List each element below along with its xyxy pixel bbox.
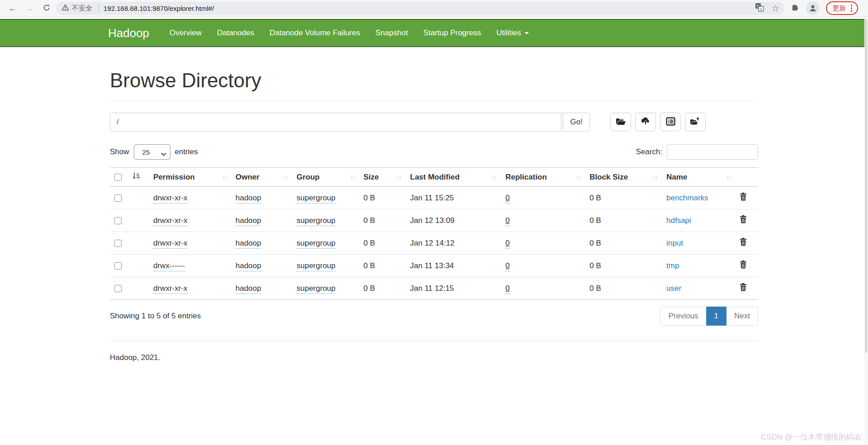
- back-icon[interactable]: ←: [8, 4, 17, 13]
- table-header-row: Permission↑↓ Owner↑↓ Group↑↓ Size↑↓ Last…: [110, 168, 758, 187]
- browser-toolbar: ← → 不安全 192.168.68.101:9870/explorer.htm…: [0, 0, 868, 17]
- row-checkbox[interactable]: [114, 217, 122, 224]
- directory-name-link[interactable]: input: [666, 239, 683, 247]
- next-page-button[interactable]: Next: [726, 307, 758, 326]
- sort-both-icon: ↑↓: [283, 174, 288, 181]
- navbar-brand[interactable]: Hadoop: [108, 26, 149, 40]
- table-row: drwxr-xr-xhadoopsupergroup0 BJan 11 12:1…: [110, 277, 758, 300]
- permission-value[interactable]: drwxr-xr-x: [153, 194, 188, 204]
- chevron-down-icon: [524, 32, 529, 34]
- trash-icon: [740, 263, 747, 270]
- folder-open-icon: [616, 117, 626, 127]
- replication-value[interactable]: 0: [505, 261, 509, 271]
- column-header-owner[interactable]: Owner↑↓: [231, 168, 292, 187]
- replication-value[interactable]: 0: [505, 216, 509, 226]
- permission-value[interactable]: drwxr-xr-x: [153, 284, 188, 294]
- replication-value[interactable]: 0: [505, 284, 509, 294]
- browser-update-button[interactable]: 更新: [826, 1, 859, 15]
- delete-button[interactable]: [740, 260, 747, 269]
- directory-name-link[interactable]: tmp: [666, 261, 679, 270]
- sort-amount-icon[interactable]: [132, 173, 140, 181]
- upload-files-button[interactable]: [635, 113, 656, 131]
- row-checkbox[interactable]: [114, 194, 122, 202]
- pagination: Previous 1 Next: [660, 307, 758, 326]
- column-header-last-modified[interactable]: Last Modified↑↓: [406, 168, 501, 187]
- row-checkbox[interactable]: [114, 285, 122, 292]
- directory-path-input[interactable]: [110, 113, 561, 132]
- size-value: 0 B: [363, 216, 375, 225]
- table-info: Showing 1 to 5 of 5 entries: [110, 312, 201, 321]
- delete-button[interactable]: [740, 193, 747, 201]
- owner-value[interactable]: hadoop: [236, 284, 261, 294]
- group-value[interactable]: supergroup: [297, 239, 335, 249]
- permission-value[interactable]: drwx------: [153, 261, 185, 271]
- delete-button[interactable]: [740, 283, 747, 291]
- owner-value[interactable]: hadoop: [236, 261, 261, 271]
- directory-name-link[interactable]: user: [666, 284, 681, 293]
- bookmark-star-icon[interactable]: ☆: [771, 3, 779, 14]
- modified-value: Jan 11 13:34: [410, 261, 454, 270]
- translate-icon[interactable]: GA: [755, 3, 764, 14]
- select-all-checkbox[interactable]: [114, 174, 122, 181]
- column-header-name[interactable]: Name↑↓: [662, 168, 735, 187]
- row-checkbox[interactable]: [114, 240, 122, 247]
- profile-avatar[interactable]: [806, 1, 820, 15]
- delete-button[interactable]: [740, 238, 747, 246]
- column-header-replication[interactable]: Replication↑↓: [501, 168, 585, 187]
- nav-item-datanode-volume-failures[interactable]: Datanode Volume Failures: [262, 28, 368, 38]
- replication-value[interactable]: 0: [505, 194, 509, 204]
- cut-paste-button[interactable]: [660, 113, 681, 131]
- nav-item-overview[interactable]: Overview: [162, 28, 209, 38]
- title-divider: [110, 101, 758, 101]
- directory-name-link[interactable]: hdfsapi: [666, 216, 691, 225]
- sort-both-icon: ↑↓: [653, 174, 657, 181]
- permission-value[interactable]: drwxr-xr-x: [153, 239, 188, 249]
- sort-both-icon: ↑↓: [396, 174, 401, 181]
- group-value[interactable]: supergroup: [297, 194, 335, 204]
- nav-item-utilities[interactable]: Utilities: [489, 28, 537, 38]
- group-value[interactable]: supergroup: [297, 261, 335, 271]
- page-size-select[interactable]: 25: [134, 144, 170, 160]
- modified-value: Jan 12 13:09: [410, 216, 454, 225]
- row-checkbox[interactable]: [114, 262, 122, 270]
- scrollbar-thumb[interactable]: [865, 19, 868, 353]
- extensions-puzzle-icon[interactable]: [790, 3, 800, 14]
- column-header-size[interactable]: Size↑↓: [359, 168, 406, 187]
- permission-value[interactable]: drwxr-xr-x: [153, 216, 188, 226]
- page-scrollbar[interactable]: [864, 17, 868, 445]
- nav-item-startup-progress[interactable]: Startup Progress: [415, 28, 489, 38]
- sort-both-icon: ↑↓: [222, 174, 226, 181]
- block-size-value: 0 B: [590, 239, 601, 247]
- csdn-watermark: CSDN @一位木带感情的码农: [761, 432, 862, 442]
- size-value: 0 B: [363, 284, 375, 293]
- nav-item-snapshot[interactable]: Snapshot: [368, 28, 416, 38]
- create-directory-button[interactable]: [610, 113, 631, 131]
- column-header-block-size[interactable]: Block Size↑↓: [585, 168, 662, 187]
- directory-name-link[interactable]: benchmarks: [666, 194, 708, 202]
- show-label: Show: [110, 147, 129, 156]
- url-text: 192.168.68.101:9870/explorer.html#/: [104, 5, 755, 12]
- delete-button[interactable]: [740, 215, 747, 223]
- search-input[interactable]: [667, 144, 758, 160]
- replication-value[interactable]: 0: [505, 239, 509, 249]
- move-selected-button[interactable]: [685, 113, 706, 131]
- table-row: drwxr-xr-xhadoopsupergroup0 BJan 11 15:2…: [110, 187, 758, 209]
- table-row: drwx------hadoopsupergroup0 BJan 11 13:3…: [110, 255, 758, 277]
- forward-icon[interactable]: →: [25, 4, 34, 13]
- modified-value: Jan 11 12:15: [410, 284, 454, 293]
- column-header-permission[interactable]: Permission↑↓: [149, 168, 231, 187]
- page-1-button[interactable]: 1: [706, 307, 726, 326]
- column-header-group[interactable]: Group↑↓: [292, 168, 359, 187]
- owner-value[interactable]: hadoop: [236, 216, 261, 226]
- refresh-icon[interactable]: [42, 4, 51, 13]
- address-bar[interactable]: 不安全 192.168.68.101:9870/explorer.html#/ …: [56, 2, 785, 15]
- go-button[interactable]: Go!: [563, 113, 590, 132]
- owner-value[interactable]: hadoop: [236, 239, 261, 249]
- group-value[interactable]: supergroup: [297, 284, 335, 294]
- hadoop-navbar: Hadoop Overview Datanodes Datanode Volum…: [0, 19, 864, 47]
- svg-text:A: A: [760, 7, 763, 11]
- owner-value[interactable]: hadoop: [236, 194, 261, 204]
- previous-page-button[interactable]: Previous: [660, 307, 706, 326]
- group-value[interactable]: supergroup: [297, 216, 335, 226]
- nav-item-datanodes[interactable]: Datanodes: [209, 28, 262, 38]
